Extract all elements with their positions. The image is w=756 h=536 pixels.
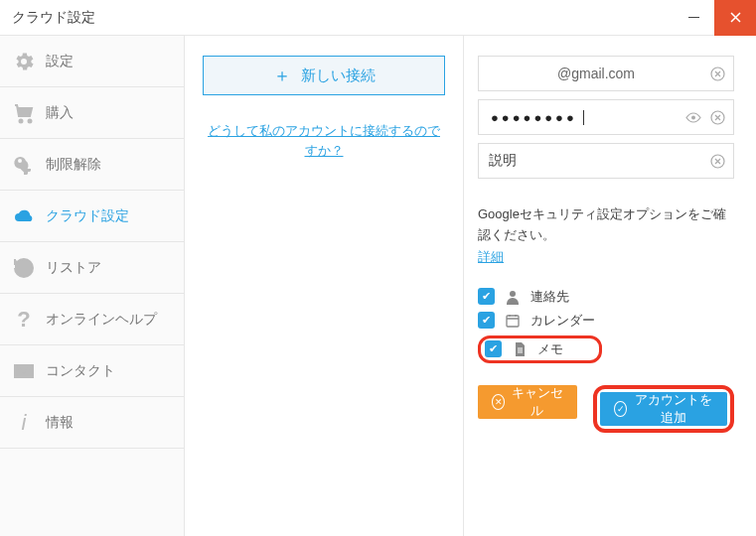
svg-point-10 (510, 291, 516, 297)
sidebar-item-label: 制限解除 (46, 156, 101, 174)
check-label: 連絡先 (530, 288, 569, 306)
add-account-highlight: ✓ アカウントを追加 (593, 385, 734, 433)
info-icon: i (10, 411, 38, 435)
sidebar-item-cloud[interactable]: クラウド設定 (0, 191, 184, 242)
description-input[interactable] (489, 153, 703, 169)
sidebar-item-label: 設定 (46, 53, 74, 70)
svg-rect-0 (688, 17, 699, 18)
clear-password-icon[interactable] (707, 107, 727, 127)
check-row-calendar: ✔ カレンダー (478, 312, 734, 330)
svg-point-1 (20, 119, 23, 122)
check-icon: ✓ (614, 401, 627, 417)
mail-icon (10, 359, 38, 383)
security-notice: Googleセキュリティ設定オプションをご確認ください。 (478, 204, 734, 246)
sidebar-item-restore[interactable]: リストア (0, 242, 184, 294)
svg-point-2 (29, 119, 32, 122)
svg-text:?: ? (17, 308, 30, 332)
clear-description-icon[interactable] (707, 151, 727, 171)
cancel-icon: ✕ (492, 394, 505, 410)
titlebar: クラウド設定 (0, 0, 756, 36)
description-field-wrapper (478, 143, 734, 179)
question-icon: ? (10, 308, 38, 332)
sidebar-item-label: 情報 (46, 414, 74, 432)
restore-icon (10, 256, 38, 280)
svg-rect-11 (507, 316, 519, 327)
why-connect-link[interactable]: どうして私のアカウントに接続するのですか？ (203, 121, 445, 160)
key-icon (10, 153, 38, 177)
minimize-button[interactable] (673, 0, 714, 36)
password-input[interactable]: ●●●●●●●● (489, 110, 680, 125)
email-input[interactable] (489, 66, 703, 81)
notes-checkbox[interactable]: ✔ (485, 340, 502, 357)
clear-email-icon[interactable] (707, 64, 727, 83)
sidebar-item-label: オンラインヘルプ (46, 311, 157, 329)
cloud-icon (10, 204, 38, 228)
cancel-button[interactable]: ✕ キャンセル (478, 385, 577, 419)
svg-text:i: i (22, 411, 28, 435)
details-link[interactable]: 詳細 (478, 248, 504, 266)
contacts-checkbox[interactable]: ✔ (478, 288, 495, 305)
notes-highlight: ✔ メモ (478, 335, 602, 363)
svg-point-7 (691, 115, 695, 119)
check-row-contacts: ✔ 連絡先 (478, 288, 734, 306)
add-account-button[interactable]: ✓ アカウントを追加 (600, 392, 727, 426)
email-field-wrapper (478, 56, 734, 91)
new-connection-button[interactable]: ＋ 新しい接続 (203, 56, 445, 95)
gear-icon (10, 50, 38, 73)
sidebar-item-settings[interactable]: 設定 (0, 36, 184, 87)
sidebar-item-purchase[interactable]: 購入 (0, 87, 184, 139)
document-icon (510, 341, 529, 357)
close-button[interactable] (714, 0, 756, 36)
cancel-label: キャンセル (511, 384, 563, 420)
person-icon (503, 289, 523, 305)
eye-icon[interactable] (683, 107, 703, 127)
sidebar-item-unlock[interactable]: 制限解除 (0, 139, 184, 191)
sidebar-item-contact[interactable]: コンタクト (0, 345, 184, 397)
sidebar-item-label: リストア (46, 259, 101, 277)
sidebar-item-label: コンタクト (46, 362, 115, 380)
calendar-checkbox[interactable]: ✔ (478, 312, 495, 329)
sidebar-item-help[interactable]: ? オンラインヘルプ (0, 294, 184, 345)
new-connection-label: 新しい接続 (301, 67, 376, 85)
sidebar: 設定 購入 制限解除 クラウド設定 リストア ? オンラインヘルプ コンタクト … (0, 36, 185, 536)
cart-icon (10, 101, 38, 125)
check-label: カレンダー (530, 312, 595, 330)
window-title: クラウド設定 (0, 9, 95, 27)
calendar-icon (503, 313, 523, 329)
sidebar-item-label: 購入 (46, 104, 74, 122)
check-label: メモ (537, 340, 563, 358)
plus-icon: ＋ (273, 64, 291, 87)
password-field-wrapper: ●●●●●●●● (478, 99, 734, 135)
check-row-notes: ✔ メモ (485, 340, 563, 358)
sidebar-item-info[interactable]: i 情報 (0, 397, 184, 449)
add-label: アカウントを追加 (633, 391, 713, 427)
sidebar-item-label: クラウド設定 (46, 207, 129, 225)
